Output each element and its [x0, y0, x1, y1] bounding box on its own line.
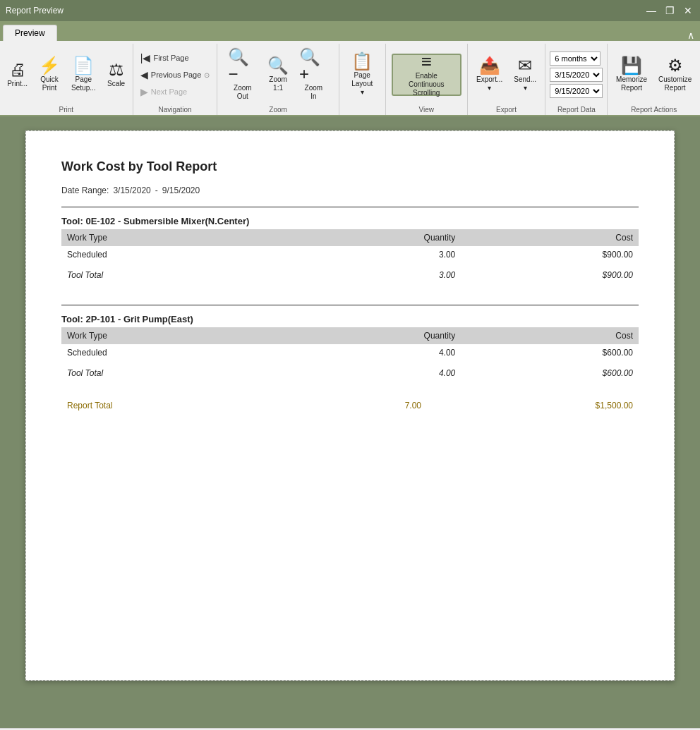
page-setup-button[interactable]: 📄 PageSetup...: [66, 54, 100, 96]
start-date-select[interactable]: 3/15/2020: [550, 68, 603, 82]
enable-continuous-scrolling-button[interactable]: ≡ Enable ContinuousScrolling: [392, 54, 461, 96]
send-label: Send...▾: [514, 75, 536, 92]
print-button[interactable]: 🖨 Print...: [2, 58, 32, 92]
title-bar: Report Preview — ❐ ✕: [0, 0, 700, 21]
page-layout-group-label: [361, 104, 363, 114]
print-icon: 🖨: [9, 61, 26, 78]
ribbon-group-report-data: 6 months 3 months 1 year Custom 3/15/202…: [545, 44, 608, 115]
date-range-label: Date Range:: [61, 185, 109, 195]
col-quantity-2: Quantity: [279, 327, 461, 344]
ribbon-group-print: 🖨 Print... ⚡ QuickPrint 📄 PageSetup... ⚖…: [0, 44, 133, 115]
page-layout-group-items: 📋 PageLayout ▾: [345, 45, 380, 104]
first-page-icon: |◀: [140, 52, 151, 63]
page-layout-icon: 📋: [351, 53, 373, 70]
months-select[interactable]: 6 months 3 months 1 year Custom: [550, 51, 601, 66]
close-button[interactable]: ✕: [682, 4, 694, 17]
memorize-report-button[interactable]: 💾 MemorizeReport: [611, 54, 652, 96]
tool-2-total-label: Tool Total: [61, 361, 279, 382]
send-icon: ✉: [518, 57, 532, 74]
zoom-in-button[interactable]: 🔍+ ZoomIn: [294, 45, 333, 104]
next-page-label: Next Page: [151, 87, 187, 96]
tool-2-total-qty: 4.00: [279, 361, 461, 382]
ribbon-group-report-actions: 💾 MemorizeReport ⚙ CustomizeReport Repor…: [608, 44, 700, 115]
next-page-icon: ▶: [140, 86, 148, 97]
previous-page-label: Previous Page: [151, 71, 202, 79]
export-label: Export...▾: [476, 75, 502, 92]
zoom-100-icon: 🔍: [267, 57, 289, 74]
cell-quantity-1-1: 3.00: [279, 246, 461, 263]
tool-1-header: Tool: 0E-102 - Submersible Mixer(N.Cente…: [61, 216, 639, 226]
table-row: Scheduled 4.00 $600.00: [61, 344, 639, 361]
print-label: Print...: [7, 80, 28, 88]
cell-quantity-2-1: 4.00: [279, 344, 461, 361]
report-separator-1: [61, 207, 639, 207]
col-cost-2: Cost: [461, 327, 639, 344]
date-range-start: 3/15/2020: [113, 185, 150, 195]
export-icon: 📤: [479, 57, 500, 74]
table-row: Scheduled 3.00 $900.00: [61, 246, 639, 263]
memorize-icon: 💾: [621, 57, 642, 74]
report-total-label: Report Total: [61, 397, 307, 414]
cell-work-type-1-1: Scheduled: [61, 246, 279, 263]
report-page: Work Cost by Tool Report Date Range: 3/1…: [25, 130, 675, 681]
zoom-group-items: 🔍− ZoomOut 🔍 Zoom1:1 🔍+ ZoomIn: [223, 45, 332, 104]
months-row: 6 months 3 months 1 year Custom: [550, 51, 603, 66]
customize-label: CustomizeReport: [658, 75, 692, 92]
previous-page-button[interactable]: ◀ Previous Page ⊙: [137, 67, 214, 83]
zoom-100-button[interactable]: 🔍 Zoom1:1: [263, 54, 293, 96]
first-page-label: First Page: [153, 54, 188, 62]
report-actions-group-label: Report Actions: [631, 104, 677, 114]
first-page-button[interactable]: |◀ First Page: [137, 50, 214, 66]
tool-1-table: Work Type Quantity Cost Scheduled 3.00 $…: [61, 229, 639, 284]
send-button[interactable]: ✉ Send...▾: [509, 54, 541, 96]
nav-group-items: |◀ First Page ◀ Previous Page ⊙ ▶ Next P…: [137, 45, 214, 104]
continuous-scrolling-icon: ≡: [421, 52, 432, 71]
tool-1-header-row: Work Type Quantity Cost: [61, 229, 639, 246]
cell-cost-2-1: $600.00: [461, 344, 639, 361]
scale-button[interactable]: ⚖ Scale: [102, 58, 131, 92]
tab-chevron-icon[interactable]: ∧: [687, 30, 697, 41]
restore-button[interactable]: ❐: [663, 4, 676, 17]
previous-page-extra-icon: ⊙: [204, 71, 210, 79]
navigation-group-label: Navigation: [158, 104, 191, 114]
zoom-in-icon: 🔍+: [299, 49, 328, 83]
next-page-button[interactable]: ▶ Next Page: [137, 84, 214, 99]
report-title: Work Cost by Tool Report: [61, 159, 639, 174]
end-date-select[interactable]: 9/15/2020: [550, 84, 603, 98]
tab-preview[interactable]: Preview: [3, 25, 57, 41]
cell-cost-1-1: $900.00: [461, 246, 639, 263]
tool-2-header-row: Work Type Quantity Cost: [61, 327, 639, 344]
export-button[interactable]: 📤 Export...▾: [471, 54, 507, 96]
cell-work-type-2-1: Scheduled: [61, 344, 279, 361]
date-range-end: 9/15/2020: [162, 185, 200, 195]
quick-print-label: QuickPrint: [40, 75, 59, 92]
col-work-type-1: Work Type: [61, 229, 279, 246]
report-data-controls: 6 months 3 months 1 year Custom 3/15/202…: [550, 51, 603, 98]
minimize-button[interactable]: —: [645, 4, 658, 17]
zoom-out-button[interactable]: 🔍− ZoomOut: [223, 45, 262, 104]
view-group-label: View: [418, 104, 434, 114]
scale-label: Scale: [107, 80, 125, 88]
customize-report-button[interactable]: ⚙ CustomizeReport: [653, 54, 696, 96]
memorize-label: MemorizeReport: [616, 75, 647, 92]
page-layout-button[interactable]: 📋 PageLayout ▾: [345, 49, 380, 100]
quick-print-icon: ⚡: [39, 57, 60, 74]
tool-1-total-qty: 3.00: [279, 263, 461, 284]
quick-print-button[interactable]: ⚡ QuickPrint: [34, 54, 65, 96]
tool-2-total-cost: $600.00: [461, 361, 639, 382]
zoom-out-label: ZoomOut: [234, 84, 252, 101]
report-date-range: Date Range: 3/15/2020 - 9/15/2020: [61, 185, 639, 195]
col-quantity-1: Quantity: [279, 229, 461, 246]
report-data-group-label: Report Data: [557, 104, 596, 114]
view-group-items: ≡ Enable ContinuousScrolling: [392, 45, 461, 104]
tool-1-total-label: Tool Total: [61, 263, 279, 284]
app-title: Report Preview: [6, 6, 64, 16]
report-actions-group-items: 💾 MemorizeReport ⚙ CustomizeReport: [611, 45, 696, 104]
page-setup-icon: 📄: [73, 57, 94, 74]
end-date-row: 9/15/2020: [550, 84, 603, 98]
tool-1-total-row: Tool Total 3.00 $900.00: [61, 263, 639, 284]
ribbon: 🖨 Print... ⚡ QuickPrint 📄 PageSetup... ⚖…: [0, 41, 700, 116]
export-group-items: 📤 Export...▾ ✉ Send...▾: [471, 45, 541, 104]
col-work-type-2: Work Type: [61, 327, 279, 344]
report-total-row: Report Total 7.00 $1,500.00: [61, 397, 639, 414]
